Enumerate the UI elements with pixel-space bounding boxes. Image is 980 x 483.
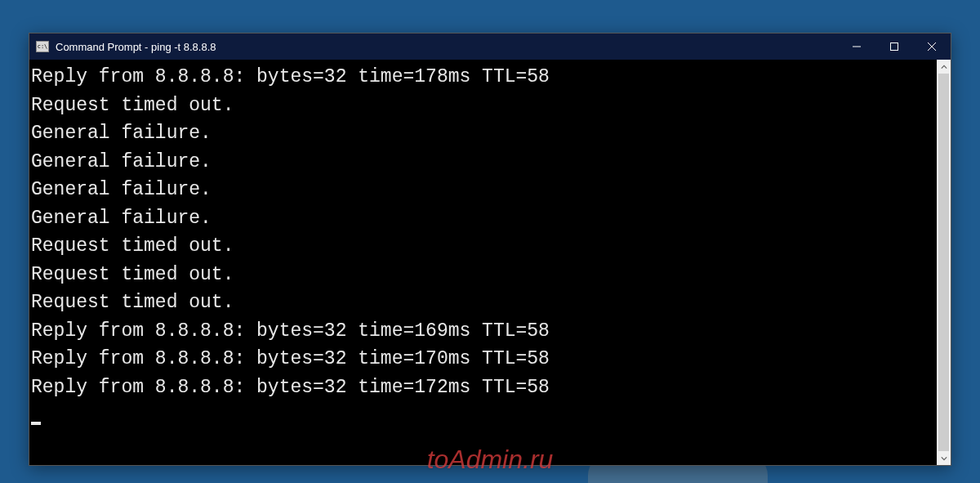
maximize-button[interactable] (875, 34, 913, 60)
titlebar[interactable]: Command Prompt - ping -t 8.8.8.8 (29, 34, 951, 60)
terminal-line: Reply from 8.8.8.8: bytes=32 time=170ms … (31, 345, 935, 373)
terminal-line: Reply from 8.8.8.8: bytes=32 time=169ms … (31, 317, 935, 346)
scroll-thumb[interactable] (938, 74, 949, 451)
window-controls (838, 34, 951, 60)
scroll-down-button[interactable] (937, 451, 951, 465)
cmd-icon (36, 41, 49, 52)
terminal-line: Request timed out. (31, 92, 935, 120)
content-area: Reply from 8.8.8.8: bytes=32 time=178ms … (29, 60, 951, 465)
terminal-line: Reply from 8.8.8.8: bytes=32 time=178ms … (31, 63, 935, 92)
cursor (31, 422, 41, 425)
terminal-output[interactable]: Reply from 8.8.8.8: bytes=32 time=178ms … (29, 60, 937, 465)
command-prompt-window: Command Prompt - ping -t 8.8.8.8 Reply f… (29, 33, 951, 466)
svg-rect-0 (853, 47, 861, 47)
minimize-icon (853, 42, 861, 51)
scroll-track[interactable] (937, 74, 951, 451)
close-button[interactable] (913, 34, 951, 60)
terminal-line: General failure. (31, 176, 935, 204)
terminal-line: Request timed out. (31, 261, 935, 289)
scroll-up-button[interactable] (937, 60, 951, 74)
terminal-line: General failure. (31, 148, 935, 177)
terminal-line: Request timed out. (31, 232, 935, 261)
terminal-cursor-line (31, 401, 935, 430)
chevron-down-icon (941, 455, 947, 462)
scrollbar[interactable] (937, 60, 951, 465)
svg-rect-1 (891, 43, 898, 51)
close-icon (928, 42, 936, 51)
chevron-up-icon (941, 64, 947, 70)
terminal-line: General failure. (31, 204, 935, 233)
maximize-icon (890, 42, 898, 51)
window-title: Command Prompt - ping -t 8.8.8.8 (56, 41, 838, 53)
terminal-line: General failure. (31, 119, 935, 148)
terminal-line: Request timed out. (31, 288, 935, 317)
terminal-line: Reply from 8.8.8.8: bytes=32 time=172ms … (31, 373, 935, 402)
minimize-button[interactable] (838, 34, 875, 60)
